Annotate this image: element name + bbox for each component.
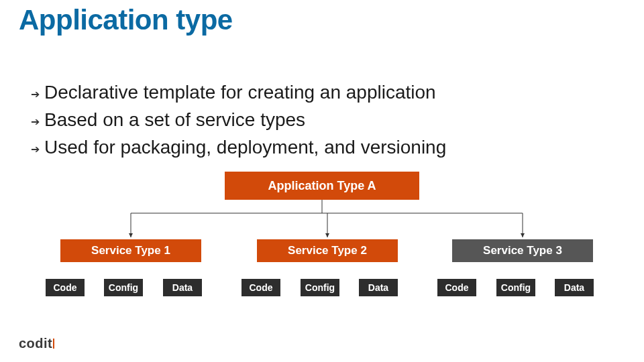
bullet-text: Used for packaging, deployment, and vers… [44,135,446,159]
bullet-item: ➔ Used for packaging, deployment, and ve… [25,135,616,159]
arrow-icon: ➔ [25,135,44,156]
leaf-box: Code [437,279,476,296]
leaf-box: Code [46,279,85,296]
leaf-box: Config [301,279,339,296]
leaf-box: Config [496,279,535,296]
slide: Application type ➔ Declarative template … [0,0,644,362]
bullet-item: ➔ Declarative template for creating an a… [25,80,616,104]
brand-accent-icon [53,339,54,349]
brand-text: codit [19,336,52,351]
leaf-box: Code [241,279,280,296]
leaf-box: Data [163,279,202,296]
bullet-text: Declarative template for creating an app… [44,80,436,104]
app-type-box: Application Type A [225,172,419,200]
bullet-item: ➔ Based on a set of service types [25,108,616,131]
bullet-text: Based on a set of service types [44,108,305,131]
brand-logo: codit [19,336,54,351]
leaf-box: Config [104,279,143,296]
leaf-box: Data [555,279,594,296]
service-type-box: Service Type 2 [257,239,398,262]
leaf-box: Data [359,279,398,296]
hierarchy-diagram: Application Type A Service Type 1 Servic… [0,172,644,319]
service-type-box: Service Type 1 [60,239,201,262]
bullet-list: ➔ Declarative template for creating an a… [25,80,616,163]
slide-title: Application type [19,4,233,36]
service-type-box: Service Type 3 [452,239,593,262]
arrow-icon: ➔ [25,108,44,128]
arrow-icon: ➔ [25,80,44,101]
